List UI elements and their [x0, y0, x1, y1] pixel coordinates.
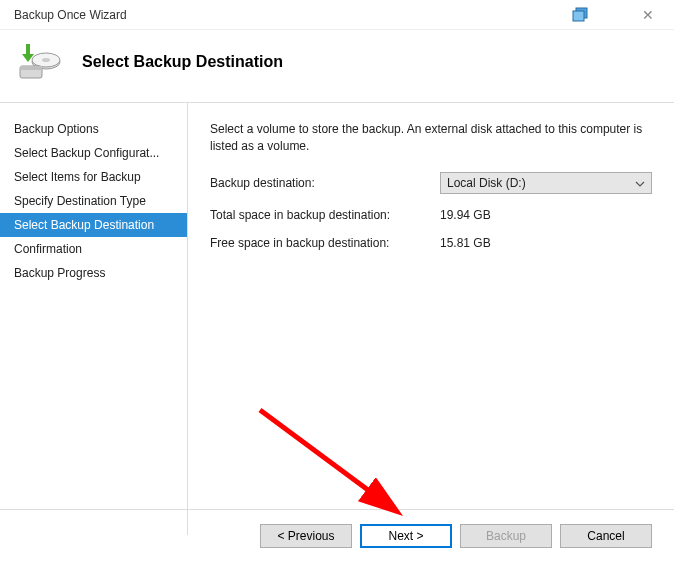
wizard-content: Select a volume to store the backup. An … [188, 103, 674, 535]
page-title: Select Backup Destination [82, 53, 283, 71]
backup-button: Backup [460, 524, 552, 548]
next-button[interactable]: Next > [360, 524, 452, 548]
destination-combobox[interactable]: Local Disk (D:) [440, 172, 652, 194]
wizard-footer: < Previous Next > Backup Cancel [0, 509, 674, 561]
restore-window-icon[interactable] [572, 7, 590, 23]
free-space-value: 15.81 GB [440, 236, 491, 250]
svg-rect-1 [573, 11, 584, 21]
total-space-value: 19.94 GB [440, 208, 491, 222]
sidebar-item-destination-type[interactable]: Specify Destination Type [0, 189, 187, 213]
free-space-label: Free space in backup destination: [210, 236, 440, 250]
destination-value: Local Disk (D:) [447, 176, 526, 190]
sidebar-item-backup-progress[interactable]: Backup Progress [0, 261, 187, 285]
svg-point-4 [42, 58, 50, 62]
sidebar-item-select-items[interactable]: Select Items for Backup [0, 165, 187, 189]
chevron-down-icon [635, 176, 645, 190]
wizard-header: Select Backup Destination [0, 30, 674, 103]
total-space-row: Total space in backup destination: 19.94… [210, 208, 652, 222]
sidebar-item-confirmation[interactable]: Confirmation [0, 237, 187, 261]
sidebar-item-select-destination[interactable]: Select Backup Destination [0, 213, 187, 237]
sidebar-item-backup-options[interactable]: Backup Options [0, 117, 187, 141]
wizard-body: Backup Options Select Backup Configurat.… [0, 103, 674, 535]
previous-button[interactable]: < Previous [260, 524, 352, 548]
destination-label: Backup destination: [210, 176, 440, 190]
total-space-label: Total space in backup destination: [210, 208, 440, 222]
window-title: Backup Once Wizard [8, 8, 572, 22]
close-icon[interactable]: ✕ [630, 3, 666, 27]
destination-row: Backup destination: Local Disk (D:) [210, 172, 652, 194]
svg-rect-6 [20, 66, 42, 70]
titlebar: Backup Once Wizard ✕ [0, 0, 674, 30]
cancel-button[interactable]: Cancel [560, 524, 652, 548]
sidebar-item-select-configuration[interactable]: Select Backup Configurat... [0, 141, 187, 165]
backup-wizard-icon [18, 40, 62, 84]
wizard-steps-sidebar: Backup Options Select Backup Configurat.… [0, 103, 188, 535]
free-space-row: Free space in backup destination: 15.81 … [210, 236, 652, 250]
instruction-text: Select a volume to store the backup. An … [210, 121, 652, 156]
